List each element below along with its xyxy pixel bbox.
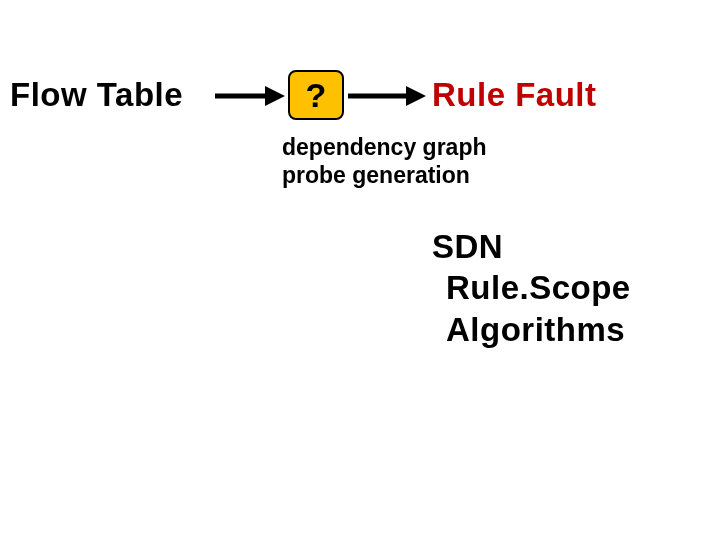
svg-marker-1: [265, 86, 285, 106]
arrow-left-icon: [215, 84, 285, 108]
node-rule-fault: Rule Fault: [432, 76, 597, 114]
subtext-block: dependency graph probe generation: [282, 134, 486, 189]
node-flow-table: Flow Table: [10, 76, 183, 114]
sdn-line-3: Algorithms: [446, 309, 631, 350]
svg-marker-3: [406, 86, 426, 106]
diagram-canvas: Flow Table ? Rule Fault dependency graph…: [0, 0, 720, 540]
node-question-box: ?: [288, 70, 344, 120]
subtext-line-1: dependency graph: [282, 134, 486, 162]
sdn-block: SDN Rule.Scope Algorithms: [432, 226, 631, 350]
subtext-line-2: probe generation: [282, 162, 486, 190]
sdn-line-2: Rule.Scope: [446, 267, 631, 308]
arrow-right-icon: [348, 84, 426, 108]
sdn-line-1: SDN: [432, 226, 631, 267]
